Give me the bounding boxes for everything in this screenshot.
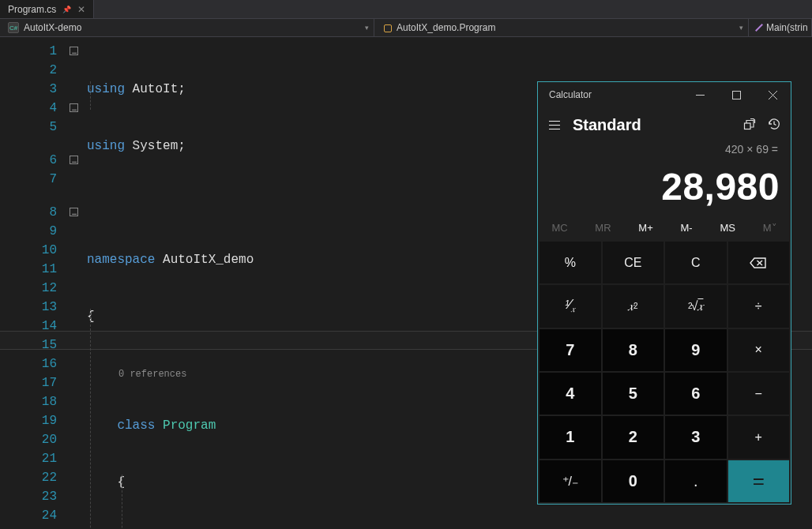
btn-8[interactable]: 8 [603, 329, 664, 371]
btn-4[interactable]: 4 [539, 373, 601, 415]
calculator-window: Calculator Standard [537, 81, 791, 505]
code-line: using System; [87, 137, 504, 156]
mem-mr: MR [595, 222, 611, 234]
fold-gutter [70, 37, 87, 529]
calculator-title: Calculator [549, 89, 682, 100]
calculator-expression: 420 × 69 = [538, 143, 791, 165]
btn-3[interactable]: 3 [665, 416, 727, 458]
fold-toggle[interactable] [70, 156, 78, 164]
code-line: { [87, 473, 504, 492]
calculator-mode: Standard [573, 116, 735, 134]
code-line: { [87, 307, 504, 326]
codelens: 0 references [87, 364, 504, 378]
btn-square[interactable]: 𝑥2 [603, 285, 664, 327]
mem-ms[interactable]: MS [720, 222, 735, 234]
chevron-down-icon[interactable]: ▾ [365, 24, 369, 32]
btn-plus[interactable]: + [728, 416, 790, 458]
calculator-keypad: % CE C ¹∕𝑥 𝑥2 2√𝑥 ÷ 7 8 9 × 4 5 6 − 1 2 … [538, 240, 791, 504]
maximize-button[interactable] [718, 82, 754, 107]
method-icon [755, 24, 763, 32]
btn-percent[interactable]: % [539, 242, 601, 283]
crumb-method[interactable]: Main(strin [749, 19, 812, 36]
btn-5[interactable]: 5 [603, 373, 664, 415]
close-button[interactable] [754, 82, 791, 107]
btn-9[interactable]: 9 [665, 329, 727, 371]
btn-c[interactable]: C [665, 242, 727, 283]
btn-7[interactable]: 7 [539, 329, 601, 371]
calculator-memory-row: MC MR M+ M- MS M˅ [538, 215, 791, 240]
class-icon [382, 23, 392, 32]
btn-equals[interactable]: = [728, 460, 790, 502]
csharp-icon: C# [8, 22, 19, 33]
btn-reciprocal[interactable]: ¹∕𝑥 [539, 285, 601, 327]
code-line: namespace AutoItX_demo [87, 250, 504, 269]
btn-multiply[interactable]: × [728, 329, 790, 371]
svg-rect-4 [745, 123, 751, 129]
keep-on-top-icon[interactable] [743, 118, 756, 133]
btn-1[interactable]: 1 [539, 416, 601, 458]
btn-ce[interactable]: CE [603, 242, 664, 283]
btn-divide[interactable]: ÷ [728, 285, 790, 327]
btn-0[interactable]: 0 [603, 460, 664, 502]
btn-negate[interactable]: ⁺/₋ [539, 460, 601, 502]
line-number-gutter: 1 2 3 4 5 6 7 8 9 10 11 12 13 14 15 16 1… [0, 37, 70, 529]
mem-mv: M˅ [763, 222, 777, 234]
crumb-project[interactable]: C# AutoItX-demo ▾ [0, 19, 374, 36]
mem-mplus[interactable]: M+ [638, 222, 652, 234]
calculator-result: 28,980 [538, 165, 791, 215]
btn-6[interactable]: 6 [665, 373, 727, 415]
code-line: using AutoIt; [87, 80, 504, 99]
btn-2[interactable]: 2 [603, 416, 664, 458]
btn-backspace[interactable] [728, 242, 790, 283]
btn-minus[interactable]: − [728, 373, 790, 415]
close-icon[interactable]: ✕ [77, 4, 85, 15]
fold-toggle[interactable] [70, 103, 78, 112]
fold-toggle[interactable] [70, 208, 78, 216]
history-icon[interactable] [767, 117, 781, 134]
btn-decimal[interactable]: . [665, 460, 727, 502]
minimize-button[interactable] [682, 82, 718, 107]
fold-toggle[interactable] [70, 47, 78, 55]
crumb-class[interactable]: AutoItX_demo.Program ▾ [374, 19, 749, 36]
calculator-header: Standard [538, 107, 791, 143]
file-tab[interactable]: Program.cs 📌 ✕ [0, 0, 94, 18]
hamburger-icon[interactable] [547, 118, 562, 133]
code-line [87, 193, 504, 212]
btn-sqrt[interactable]: 2√𝑥 [665, 285, 727, 327]
mem-mc: MC [551, 222, 567, 234]
calculator-titlebar[interactable]: Calculator [538, 82, 791, 107]
mem-mminus[interactable]: M- [681, 222, 693, 234]
tab-label: Program.cs [8, 4, 56, 15]
chevron-down-icon[interactable]: ▾ [739, 24, 743, 32]
crumb-class-label: AutoItX_demo.Program [397, 22, 495, 33]
code-area[interactable]: using AutoIt; using System; namespace Au… [87, 37, 504, 529]
svg-rect-1 [732, 91, 740, 99]
code-line: class Program [87, 416, 504, 435]
crumb-method-label: Main(strin [766, 22, 808, 33]
crumb-project-label: AutoItX-demo [24, 22, 81, 33]
breadcrumb-bar: C# AutoItX-demo ▾ AutoItX_demo.Program ▾… [0, 19, 812, 37]
tab-bar: Program.cs 📌 ✕ [0, 0, 812, 19]
pin-icon[interactable]: 📌 [62, 6, 71, 13]
